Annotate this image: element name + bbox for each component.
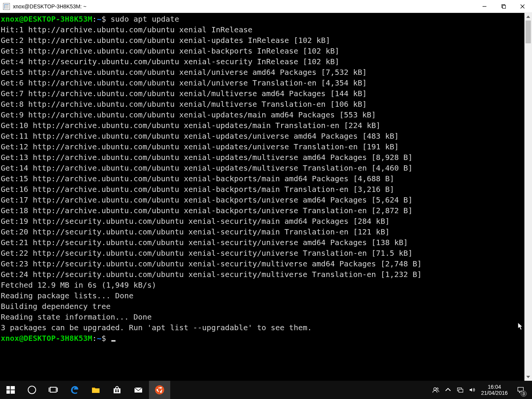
svg-rect-6: [11, 386, 15, 390]
window-titlebar: xnox@DESKTOP-3H8K53M: ~: [0, 0, 532, 13]
command-text: sudo apt update: [111, 14, 179, 24]
output-line: Get:16 http://archive.ubuntu.com/ubuntu …: [1, 184, 524, 195]
scrollbar[interactable]: [524, 13, 532, 381]
output-line: Get:19 http://security.ubuntu.com/ubuntu…: [1, 216, 524, 226]
ubuntu-icon: [155, 385, 165, 395]
svg-point-9: [28, 386, 36, 394]
action-center-button[interactable]: 3: [513, 381, 528, 399]
cursor: [111, 340, 116, 342]
cortana-button[interactable]: [21, 381, 43, 399]
notification-badge: 3: [521, 391, 527, 397]
output-line: Reading package lists... Done: [1, 290, 524, 301]
output-line: Get:3 http://archive.ubuntu.com/ubuntu x…: [1, 46, 524, 56]
output-line: Get:18 http://archive.ubuntu.com/ubuntu …: [1, 205, 524, 216]
output-line: Get:10 http://archive.ubuntu.com/ubuntu …: [1, 120, 524, 131]
scrollbar-thumb[interactable]: [526, 21, 531, 43]
system-tray: 16:04 21/04/2016 3: [429, 381, 532, 399]
terminal-window: xnox@DESKTOP-3H8K53M:~$ sudo apt updateH…: [0, 13, 532, 381]
svg-rect-5: [6, 386, 10, 390]
maximize-button[interactable]: [494, 0, 513, 13]
svg-rect-15: [115, 391, 117, 392]
svg-rect-2: [503, 5, 506, 8]
volume-icon[interactable]: [469, 386, 476, 393]
svg-point-24: [437, 388, 438, 390]
output-line: Get:22 http://security.ubuntu.com/ubuntu…: [1, 248, 524, 258]
windows-icon: [6, 385, 16, 395]
output-line: Get:7 http://archive.ubuntu.com/ubuntu x…: [1, 88, 524, 99]
svg-point-18: [155, 385, 164, 394]
store-button[interactable]: [106, 381, 128, 399]
output-line: Get:14 http://archive.ubuntu.com/ubuntu …: [1, 163, 524, 173]
clock-date: 21/04/2016: [481, 390, 508, 396]
output-line: Get:24 http://security.ubuntu.com/ubuntu…: [1, 269, 524, 280]
folder-icon: [91, 385, 101, 395]
output-line: Get:13 http://archive.ubuntu.com/ubuntu …: [1, 152, 524, 163]
svg-rect-8: [11, 390, 15, 394]
file-explorer-button[interactable]: [85, 381, 106, 399]
network-icon[interactable]: [457, 386, 464, 393]
output-line: Get:23 http://security.ubuntu.com/ubuntu…: [1, 258, 524, 269]
svg-rect-26: [459, 389, 463, 392]
clock[interactable]: 16:04 21/04/2016: [481, 384, 508, 396]
tray-chevron-up-icon[interactable]: [445, 386, 451, 393]
svg-rect-16: [117, 391, 119, 392]
terminal-output[interactable]: xnox@DESKTOP-3H8K53M:~$ sudo apt updateH…: [0, 13, 524, 381]
output-line: Fetched 12.9 MB in 6s (1,949 kB/s): [1, 280, 524, 290]
output-line: Get:6 http://archive.ubuntu.com/ubuntu x…: [1, 78, 524, 88]
output-line: Get:17 http://archive.ubuntu.com/ubuntu …: [1, 195, 524, 205]
output-line: Get:15 http://archive.ubuntu.com/ubuntu …: [1, 173, 524, 184]
task-view-icon: [48, 385, 58, 395]
svg-rect-7: [6, 390, 10, 394]
scroll-up-button[interactable]: [524, 13, 532, 21]
app-icon: [3, 3, 10, 10]
output-line: Get:2 http://archive.ubuntu.com/ubuntu x…: [1, 35, 524, 46]
scroll-down-button[interactable]: [524, 373, 532, 381]
output-line: Get:9 http://archive.ubuntu.com/ubuntu x…: [1, 109, 524, 120]
mail-button[interactable]: [128, 381, 149, 399]
store-icon: [112, 385, 122, 395]
output-line: Get:8 http://archive.ubuntu.com/ubuntu x…: [1, 99, 524, 109]
taskbar: 16:04 21/04/2016 3: [0, 381, 532, 399]
svg-rect-14: [117, 390, 119, 391]
circle-icon: [27, 385, 37, 395]
output-line: Get:11 http://archive.ubuntu.com/ubuntu …: [1, 131, 524, 141]
window-title: xnox@DESKTOP-3H8K53M: ~: [13, 3, 86, 10]
edge-icon: [70, 385, 79, 395]
output-line: Get:5 http://archive.ubuntu.com/ubuntu x…: [1, 67, 524, 78]
mail-icon: [133, 385, 143, 395]
people-icon[interactable]: [432, 386, 439, 393]
edge-button[interactable]: [64, 381, 85, 399]
output-line: 3 packages can be upgraded. Run 'apt lis…: [1, 322, 524, 333]
output-line: Get:21 http://security.ubuntu.com/ubuntu…: [1, 237, 524, 248]
svg-point-23: [434, 388, 436, 390]
prompt-line: xnox@DESKTOP-3H8K53M:~$: [1, 333, 524, 344]
output-line: Building dependency tree: [1, 301, 524, 312]
minimize-button[interactable]: [475, 0, 494, 13]
output-line: Reading state information... Done: [1, 312, 524, 322]
ubuntu-terminal-button[interactable]: [149, 381, 170, 399]
clock-time: 16:04: [481, 384, 508, 390]
output-line: Hit:1 http://archive.ubuntu.com/ubuntu x…: [1, 24, 524, 35]
task-view-button[interactable]: [43, 381, 64, 399]
close-button[interactable]: [513, 0, 532, 13]
svg-rect-10: [50, 387, 56, 392]
svg-rect-13: [115, 390, 117, 391]
start-button[interactable]: [0, 381, 21, 399]
prompt-line: xnox@DESKTOP-3H8K53M:~$ sudo apt update: [1, 14, 524, 24]
output-line: Get:12 http://archive.ubuntu.com/ubuntu …: [1, 141, 524, 152]
output-line: Get:4 http://security.ubuntu.com/ubuntu …: [1, 56, 524, 67]
output-line: Get:20 http://security.ubuntu.com/ubuntu…: [1, 226, 524, 237]
